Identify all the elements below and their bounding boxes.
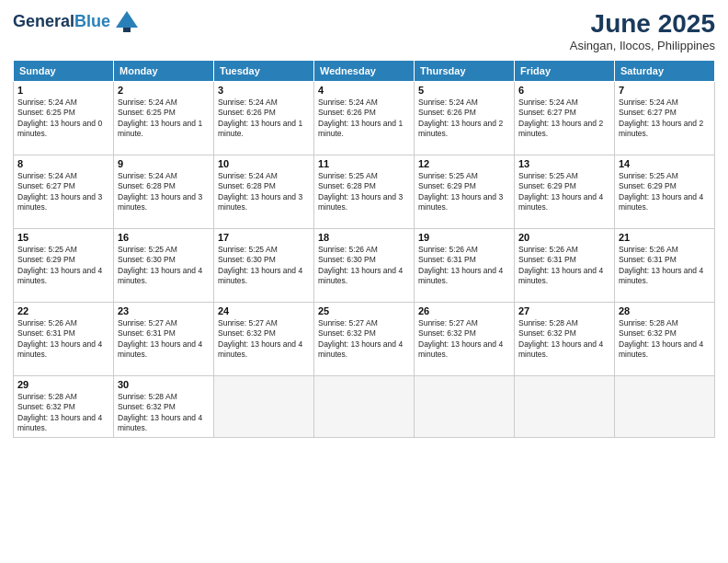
day-number: 8 xyxy=(17,158,109,169)
day-number: 17 xyxy=(218,232,310,243)
table-row: 19 Sunrise: 5:26 AM Sunset: 6:31 PM Dayl… xyxy=(415,229,515,303)
table-row: 16 Sunrise: 5:25 AM Sunset: 6:30 PM Dayl… xyxy=(114,229,214,303)
cell-info: Sunrise: 5:27 AM Sunset: 6:32 PM Dayligh… xyxy=(318,318,410,361)
cell-info: Sunrise: 5:27 AM Sunset: 6:31 PM Dayligh… xyxy=(118,318,210,361)
table-row: 18 Sunrise: 5:26 AM Sunset: 6:30 PM Dayl… xyxy=(314,229,415,303)
table-row: 15 Sunrise: 5:25 AM Sunset: 6:29 PM Dayl… xyxy=(14,229,114,303)
table-row: 10 Sunrise: 5:24 AM Sunset: 6:28 PM Dayl… xyxy=(214,155,314,229)
table-row: 2 Sunrise: 5:24 AM Sunset: 6:25 PM Dayli… xyxy=(114,82,214,155)
svg-marker-0 xyxy=(116,11,138,28)
cell-info: Sunrise: 5:26 AM Sunset: 6:31 PM Dayligh… xyxy=(418,245,510,287)
day-number: 10 xyxy=(218,158,310,169)
cell-info: Sunrise: 5:28 AM Sunset: 6:32 PM Dayligh… xyxy=(619,318,711,361)
day-number: 20 xyxy=(518,232,610,243)
cell-info: Sunrise: 5:24 AM Sunset: 6:25 PM Dayligh… xyxy=(17,98,109,140)
cell-info: Sunrise: 5:27 AM Sunset: 6:32 PM Dayligh… xyxy=(218,318,310,361)
day-number: 4 xyxy=(318,85,410,96)
cell-info: Sunrise: 5:25 AM Sunset: 6:28 PM Dayligh… xyxy=(318,171,410,213)
calendar-table: Sunday Monday Tuesday Wednesday Thursday… xyxy=(13,60,715,438)
table-row: 11 Sunrise: 5:25 AM Sunset: 6:28 PM Dayl… xyxy=(314,155,415,229)
table-row: 4 Sunrise: 5:24 AM Sunset: 6:26 PM Dayli… xyxy=(314,82,415,155)
svg-rect-1 xyxy=(123,28,131,32)
table-row: 7 Sunrise: 5:24 AM Sunset: 6:27 PM Dayli… xyxy=(615,82,715,155)
cell-info: Sunrise: 5:24 AM Sunset: 6:26 PM Dayligh… xyxy=(318,98,410,140)
cell-info: Sunrise: 5:28 AM Sunset: 6:32 PM Dayligh… xyxy=(118,392,210,434)
cell-info: Sunrise: 5:25 AM Sunset: 6:29 PM Dayligh… xyxy=(619,171,711,213)
col-tuesday: Tuesday xyxy=(214,61,314,82)
table-row: 6 Sunrise: 5:24 AM Sunset: 6:27 PM Dayli… xyxy=(515,82,615,155)
cell-info: Sunrise: 5:25 AM Sunset: 6:29 PM Dayligh… xyxy=(418,171,510,213)
table-row: 12 Sunrise: 5:25 AM Sunset: 6:29 PM Dayl… xyxy=(415,155,515,229)
calendar-header-row: Sunday Monday Tuesday Wednesday Thursday… xyxy=(14,61,715,82)
table-row xyxy=(314,376,415,438)
table-row: 9 Sunrise: 5:24 AM Sunset: 6:28 PM Dayli… xyxy=(114,155,214,229)
page: GeneralBlue June 2025 Asingan, Ilocos, P… xyxy=(0,0,728,563)
day-number: 3 xyxy=(218,85,310,96)
day-number: 13 xyxy=(518,158,610,169)
cell-info: Sunrise: 5:26 AM Sunset: 6:31 PM Dayligh… xyxy=(17,318,109,361)
day-number: 26 xyxy=(418,305,510,316)
cell-info: Sunrise: 5:25 AM Sunset: 6:30 PM Dayligh… xyxy=(118,245,210,287)
table-row: 29 Sunrise: 5:28 AM Sunset: 6:32 PM Dayl… xyxy=(14,376,114,438)
table-row: 14 Sunrise: 5:25 AM Sunset: 6:29 PM Dayl… xyxy=(615,155,715,229)
table-row: 17 Sunrise: 5:25 AM Sunset: 6:30 PM Dayl… xyxy=(214,229,314,303)
cell-info: Sunrise: 5:24 AM Sunset: 6:27 PM Dayligh… xyxy=(619,98,711,140)
day-number: 29 xyxy=(17,379,109,390)
col-wednesday: Wednesday xyxy=(314,61,415,82)
table-row: 5 Sunrise: 5:24 AM Sunset: 6:26 PM Dayli… xyxy=(415,82,515,155)
table-row xyxy=(415,376,515,438)
day-number: 19 xyxy=(418,232,510,243)
cell-info: Sunrise: 5:24 AM Sunset: 6:26 PM Dayligh… xyxy=(418,98,510,140)
day-number: 6 xyxy=(518,85,610,96)
day-number: 25 xyxy=(318,305,410,316)
cell-info: Sunrise: 5:26 AM Sunset: 6:31 PM Dayligh… xyxy=(518,245,610,287)
cell-info: Sunrise: 5:24 AM Sunset: 6:27 PM Dayligh… xyxy=(17,171,109,213)
col-sunday: Sunday xyxy=(14,61,114,82)
logo: GeneralBlue xyxy=(13,9,140,35)
location: Asingan, Ilocos, Philippines xyxy=(570,39,715,52)
table-row: 3 Sunrise: 5:24 AM Sunset: 6:26 PM Dayli… xyxy=(214,82,314,155)
day-number: 23 xyxy=(118,305,210,316)
cell-info: Sunrise: 5:24 AM Sunset: 6:25 PM Dayligh… xyxy=(118,98,210,140)
day-number: 1 xyxy=(17,85,109,96)
table-row: 22 Sunrise: 5:26 AM Sunset: 6:31 PM Dayl… xyxy=(14,303,114,376)
table-row: 13 Sunrise: 5:25 AM Sunset: 6:29 PM Dayl… xyxy=(515,155,615,229)
table-row: 1 Sunrise: 5:24 AM Sunset: 6:25 PM Dayli… xyxy=(14,82,114,155)
table-row: 23 Sunrise: 5:27 AM Sunset: 6:31 PM Dayl… xyxy=(114,303,214,376)
month-title: June 2025 xyxy=(570,9,715,39)
cell-info: Sunrise: 5:25 AM Sunset: 6:30 PM Dayligh… xyxy=(218,245,310,287)
col-thursday: Thursday xyxy=(415,61,515,82)
cell-info: Sunrise: 5:24 AM Sunset: 6:27 PM Dayligh… xyxy=(518,98,610,140)
table-row: 25 Sunrise: 5:27 AM Sunset: 6:32 PM Dayl… xyxy=(314,303,415,376)
cell-info: Sunrise: 5:24 AM Sunset: 6:28 PM Dayligh… xyxy=(118,171,210,213)
logo-icon xyxy=(114,9,140,35)
table-row: 21 Sunrise: 5:26 AM Sunset: 6:31 PM Dayl… xyxy=(615,229,715,303)
cell-info: Sunrise: 5:27 AM Sunset: 6:32 PM Dayligh… xyxy=(418,318,510,361)
day-number: 21 xyxy=(619,232,711,243)
header: GeneralBlue June 2025 Asingan, Ilocos, P… xyxy=(13,9,715,52)
table-row: 26 Sunrise: 5:27 AM Sunset: 6:32 PM Dayl… xyxy=(415,303,515,376)
day-number: 27 xyxy=(518,305,610,316)
table-row: 8 Sunrise: 5:24 AM Sunset: 6:27 PM Dayli… xyxy=(14,155,114,229)
day-number: 22 xyxy=(17,305,109,316)
cell-info: Sunrise: 5:24 AM Sunset: 6:26 PM Dayligh… xyxy=(218,98,310,140)
cell-info: Sunrise: 5:28 AM Sunset: 6:32 PM Dayligh… xyxy=(518,318,610,361)
col-saturday: Saturday xyxy=(615,61,715,82)
day-number: 28 xyxy=(619,305,711,316)
day-number: 5 xyxy=(418,85,510,96)
table-row: 27 Sunrise: 5:28 AM Sunset: 6:32 PM Dayl… xyxy=(515,303,615,376)
table-row xyxy=(214,376,314,438)
cell-info: Sunrise: 5:24 AM Sunset: 6:28 PM Dayligh… xyxy=(218,171,310,213)
cell-info: Sunrise: 5:25 AM Sunset: 6:29 PM Dayligh… xyxy=(518,171,610,213)
col-monday: Monday xyxy=(114,61,214,82)
day-number: 18 xyxy=(318,232,410,243)
logo-text: GeneralBlue xyxy=(13,13,110,31)
day-number: 12 xyxy=(418,158,510,169)
table-row: 30 Sunrise: 5:28 AM Sunset: 6:32 PM Dayl… xyxy=(114,376,214,438)
cell-info: Sunrise: 5:25 AM Sunset: 6:29 PM Dayligh… xyxy=(17,245,109,287)
day-number: 7 xyxy=(619,85,711,96)
day-number: 15 xyxy=(17,232,109,243)
table-row: 20 Sunrise: 5:26 AM Sunset: 6:31 PM Dayl… xyxy=(515,229,615,303)
table-row xyxy=(515,376,615,438)
col-friday: Friday xyxy=(515,61,615,82)
